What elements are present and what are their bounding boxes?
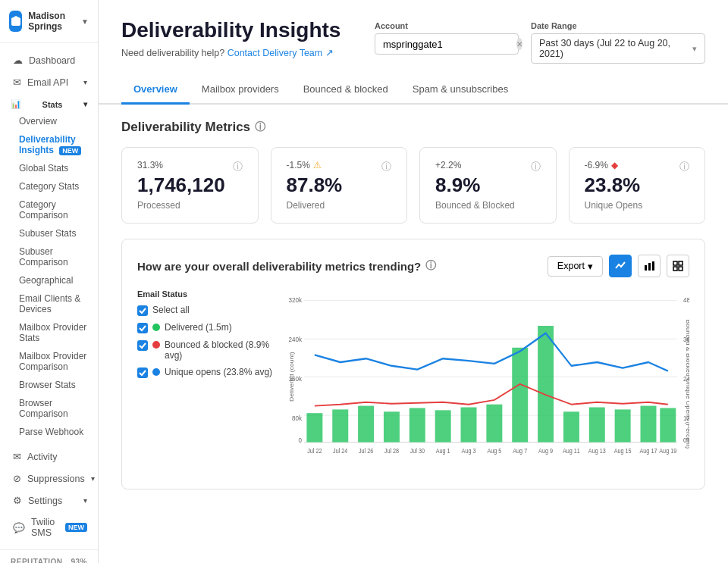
metric-card-unique-opens: -6.9% ◆ ⓘ 23.8% Unique Opens bbox=[569, 147, 706, 224]
legend-bounced[interactable]: Bounced & blocked (8.9% avg) bbox=[137, 339, 274, 361]
activity-icon: ✉ bbox=[13, 451, 21, 462]
tab-spam-unsubscribes[interactable]: Spam & unsubscribes bbox=[400, 76, 520, 105]
tab-mailbox-providers[interactable]: Mailbox providers bbox=[190, 76, 291, 105]
delivered-info-icon[interactable]: ⓘ bbox=[381, 160, 391, 174]
app-caret: ▼ bbox=[81, 17, 89, 26]
sidebar-item-activity[interactable]: ✉ Activity bbox=[0, 446, 98, 468]
chevron-down-icon: ▾ bbox=[83, 100, 87, 108]
processed-info-icon[interactable]: ⓘ bbox=[233, 160, 243, 174]
sidebar-item-browser-comparison[interactable]: Browser Comparison bbox=[0, 394, 98, 423]
delivered-checkbox[interactable] bbox=[137, 323, 148, 333]
svg-text:48%: 48% bbox=[683, 296, 689, 305]
date-range-select[interactable]: Past 30 days (Jul 22 to Aug 20, 2021) ▾ bbox=[531, 33, 705, 64]
delivered-dot bbox=[152, 324, 160, 331]
svg-rect-3 bbox=[673, 261, 677, 265]
svg-rect-24 bbox=[358, 406, 374, 443]
svg-rect-36 bbox=[660, 408, 676, 442]
sidebar-item-dashboard[interactable]: ☁ Dashboard bbox=[0, 49, 98, 71]
chart-info-icon[interactable]: ⓘ bbox=[425, 259, 436, 273]
sidebar-item-twilio-sms[interactable]: 💬 Twilio SMS NEW bbox=[0, 511, 98, 543]
page-title: Deliverability Insights bbox=[121, 18, 340, 42]
contact-delivery-link[interactable]: Contact Delivery Team ↗ bbox=[228, 48, 334, 58]
svg-rect-0 bbox=[645, 265, 647, 271]
select-all-checkbox[interactable] bbox=[137, 305, 148, 316]
sidebar-bottom: REPUTATION 93% EMAILS THIS MONTH 3.75m bbox=[0, 549, 98, 563]
svg-text:Jul 26: Jul 26 bbox=[359, 447, 374, 455]
svg-text:Bounced & Blocked Unique Opens: Bounced & Blocked Unique Opens (Percent) bbox=[685, 319, 689, 449]
svg-rect-35 bbox=[641, 406, 657, 443]
processed-label: Processed bbox=[137, 200, 243, 211]
sidebar-item-mailbox-provider-comparison[interactable]: Mailbox Provider Comparison bbox=[0, 347, 98, 376]
svg-rect-31 bbox=[538, 326, 554, 443]
svg-text:Jul 30: Jul 30 bbox=[410, 447, 425, 455]
clear-account-button[interactable]: ✕ bbox=[516, 38, 522, 50]
svg-text:320k: 320k bbox=[288, 296, 302, 305]
tab-bounced-blocked[interactable]: Bounced & blocked bbox=[291, 76, 400, 105]
opens-info-icon[interactable]: ⓘ bbox=[679, 160, 689, 174]
export-button[interactable]: Export ▾ bbox=[548, 256, 603, 277]
sidebar-item-subuser-comparison[interactable]: Subuser Comparison bbox=[0, 242, 98, 271]
sidebar-item-geographical[interactable]: Geographical bbox=[0, 271, 98, 289]
svg-rect-4 bbox=[679, 261, 682, 265]
sidebar-logo[interactable]: Madison Springs ▼ bbox=[0, 0, 98, 43]
svg-rect-23 bbox=[332, 409, 348, 442]
gear-icon: ⚙ bbox=[13, 495, 22, 506]
sidebar-item-email-api[interactable]: ✉ Email API ▾ bbox=[0, 71, 98, 93]
svg-rect-33 bbox=[589, 408, 605, 443]
opens-value: 23.8% bbox=[585, 174, 690, 197]
sidebar: Madison Springs ▼ ☁ Dashboard ✉ Email AP… bbox=[0, 0, 99, 563]
metrics-section-title: Deliverability Metrics ⓘ bbox=[121, 120, 705, 135]
stats-section-header[interactable]: 📊 Stats ▾ bbox=[0, 93, 98, 112]
stats-label: Stats bbox=[42, 100, 63, 109]
sidebar-item-settings[interactable]: ⚙ Settings ▾ bbox=[0, 489, 98, 511]
sidebar-item-subuser-stats[interactable]: Subuser Stats bbox=[0, 224, 98, 242]
new-badge: NEW bbox=[59, 146, 81, 155]
sidebar-item-parse-webhook[interactable]: Parse Webhook bbox=[0, 423, 98, 441]
svg-rect-34 bbox=[615, 409, 631, 442]
sidebar-item-category-stats[interactable]: Category Stats bbox=[0, 177, 98, 195]
sidebar-item-browser-stats[interactable]: Browser Stats bbox=[0, 376, 98, 394]
account-input[interactable] bbox=[383, 39, 510, 50]
legend-delivered[interactable]: Delivered (1.5m) bbox=[137, 322, 274, 333]
unique-opens-checkbox[interactable] bbox=[137, 368, 148, 378]
bar-chart-button[interactable] bbox=[638, 255, 661, 277]
svg-text:Aug 13: Aug 13 bbox=[588, 447, 606, 455]
legend-select-all[interactable]: Select all bbox=[137, 305, 274, 316]
bounced-checkbox[interactable] bbox=[137, 340, 148, 351]
chevron-down-icon: ▾ bbox=[83, 496, 87, 505]
header-controls: Account ✕ Date Range Past 30 days (Jul 2… bbox=[375, 21, 705, 64]
svg-text:Aug 19: Aug 19 bbox=[659, 447, 676, 455]
svg-text:Aug 17: Aug 17 bbox=[640, 447, 657, 455]
svg-text:Aug 3: Aug 3 bbox=[462, 447, 476, 455]
sidebar-item-category-comparison[interactable]: Category Comparison bbox=[0, 195, 98, 224]
chevron-down-icon: ▾ bbox=[91, 474, 95, 483]
opens-change: -6.9% ◆ bbox=[585, 160, 618, 170]
svg-rect-5 bbox=[673, 267, 677, 271]
chart-body: Email Status Select all Delivered (1.5m) bbox=[137, 289, 689, 474]
svg-text:Aug 5: Aug 5 bbox=[487, 447, 501, 455]
opens-change-value: -6.9% bbox=[585, 160, 608, 170]
bounced-value: 8.9% bbox=[435, 174, 541, 197]
warn-icon: ⚠ bbox=[313, 160, 322, 170]
sidebar-item-overview[interactable]: Overview bbox=[0, 112, 98, 130]
app-logo-icon bbox=[9, 11, 22, 32]
sidebar-item-email-clients[interactable]: Email Clients & Devices bbox=[0, 289, 98, 318]
sidebar-item-global-stats[interactable]: Global Stats bbox=[0, 159, 98, 177]
line-chart-button[interactable] bbox=[609, 255, 632, 277]
info-icon[interactable]: ⓘ bbox=[255, 120, 265, 134]
grid-chart-button[interactable] bbox=[667, 255, 689, 277]
email-icon: ✉ bbox=[13, 77, 21, 88]
chart-legend: Email Status Select all Delivered (1.5m) bbox=[137, 289, 274, 474]
chart-header: How are your overall deliverability metr… bbox=[137, 255, 689, 277]
chart-controls: Export ▾ bbox=[548, 255, 689, 277]
page-header: Deliverability Insights Need deliverabil… bbox=[99, 0, 728, 64]
sidebar-item-deliverability-insights[interactable]: Deliverability Insights NEW bbox=[0, 130, 98, 159]
tab-overview[interactable]: Overview bbox=[121, 76, 190, 105]
reputation-label: REPUTATION 93% bbox=[11, 558, 87, 563]
delivered-change: -1.5% ⚠ bbox=[287, 160, 322, 170]
legend-unique-opens[interactable]: Unique opens (23.8% avg) bbox=[137, 367, 274, 378]
bounced-info-icon[interactable]: ⓘ bbox=[531, 160, 541, 174]
sidebar-item-mailbox-provider-stats[interactable]: Mailbox Provider Stats bbox=[0, 318, 98, 347]
delivered-legend-label: Delivered (1.5m) bbox=[165, 322, 232, 333]
sidebar-item-suppressions[interactable]: ⊘ Suppressions ▾ bbox=[0, 468, 98, 489]
